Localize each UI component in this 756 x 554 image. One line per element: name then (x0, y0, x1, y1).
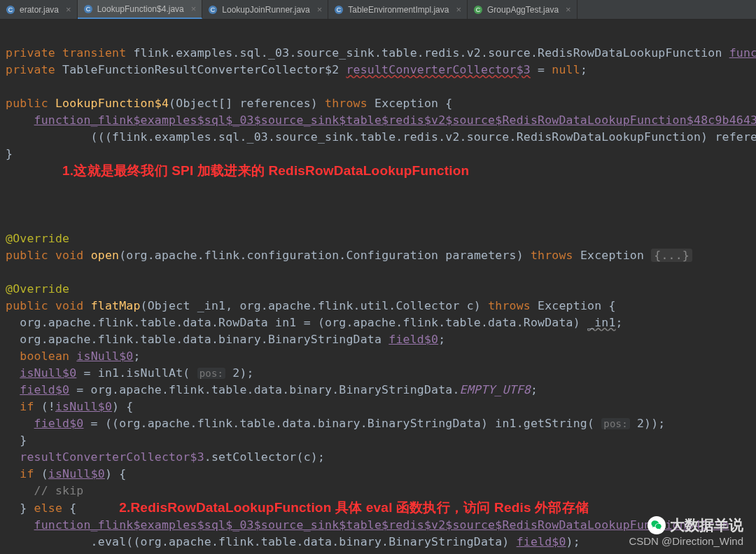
code-text: org.apache.flink.table.data.RowData in1 … (20, 316, 587, 329)
close-icon[interactable]: × (188, 4, 197, 14)
kw-if: if (20, 400, 34, 413)
param-hint: pos: (601, 418, 630, 429)
code-text: .eval((org.apache.flink.table.data.binar… (91, 535, 517, 548)
code-text: .setCollector(c); (204, 450, 325, 464)
kw-public: public (6, 97, 48, 110)
code-text: Exception { (368, 97, 453, 110)
variable: isNull$0 (48, 467, 105, 480)
kw-else: else (34, 501, 63, 515)
watermark-line2: CSDN @Direction_Wind (629, 535, 743, 547)
kw-if: if (20, 467, 34, 480)
tab-0[interactable]: C erator.java × (0, 0, 78, 19)
comment: // skip (34, 484, 84, 497)
code-text: ; (133, 349, 140, 363)
field-name: resultConverterCollector$3 (20, 450, 204, 464)
code-text: ( (34, 467, 48, 480)
code-text: = org.apache.flink.table.data.binary.Bin… (69, 383, 459, 396)
kw-null: null (552, 63, 580, 76)
tab-label: TableEnvironmentImpl.java (348, 5, 449, 15)
field-name: func (729, 46, 756, 60)
constructor-name: LookupFunction$4 (55, 97, 169, 110)
tab-label: erator.java (20, 5, 59, 15)
close-icon[interactable]: × (453, 4, 461, 15)
svg-text:C: C (85, 6, 90, 13)
code-text: = ((org.apache.flink.table.data.binary.B… (83, 417, 601, 430)
annotation-override: @Override (6, 282, 69, 296)
tab-4[interactable]: C GroupAggTest.java × (468, 0, 578, 19)
kw-throws: throws (531, 249, 573, 262)
kw-public: public (6, 299, 48, 312)
variable: function_flink$examples$sql$_03$source_s… (34, 518, 729, 532)
variable: field$0 (388, 333, 438, 346)
code-text: org.apache.flink.table.data.binary.Binar… (20, 333, 388, 346)
tab-label: GroupAggTest.java (487, 5, 559, 15)
kw-throws: throws (325, 97, 368, 110)
code-text: Exception { (531, 299, 616, 312)
close-icon[interactable]: × (314, 4, 323, 15)
wechat-icon (648, 516, 666, 534)
tab-label: LookupJoinRunner.java (222, 5, 309, 15)
editor-tabs: C erator.java × C LookupFunction$4.java … (0, 0, 756, 20)
close-icon[interactable]: × (63, 4, 71, 15)
code-text: 2); (225, 366, 254, 380)
type-name: TableFunctionResultConverterCollector$2 (62, 63, 339, 76)
kw-private: private (6, 63, 55, 76)
param: _in1 (587, 316, 616, 329)
code-text: ; (438, 333, 445, 346)
param-hint: pos: (197, 368, 226, 379)
kw-public: public (6, 249, 48, 262)
annotation-note-1: 1.这就是最终我们 SPI 加载进来的 RedisRowDataLookupFu… (62, 163, 469, 178)
code-text: = in1.isNullAt( (76, 366, 197, 380)
variable: isNull$0 (55, 400, 112, 413)
svg-text:C: C (337, 6, 342, 13)
code-text: 2)); (630, 417, 666, 430)
brace: } (20, 434, 27, 447)
code-text: ) { (112, 400, 133, 413)
watermark-line1: 大数据羊说 (670, 515, 743, 535)
brace: { (62, 501, 76, 515)
close-icon[interactable]: × (563, 4, 571, 15)
class-icon: C (6, 5, 15, 15)
variable: field$0 (20, 383, 69, 396)
variable: field$0 (34, 417, 84, 430)
code-fold[interactable]: {...} (651, 249, 692, 262)
code-text: ; (616, 316, 623, 329)
code-text: Exception (573, 249, 651, 262)
method-flatmap: flatMap (91, 299, 141, 312)
watermark: 大数据羊说 CSDN @Direction_Wind (629, 515, 743, 547)
tab-2[interactable]: C LookupJoinRunner.java × (202, 0, 328, 19)
kw-private: private (6, 46, 55, 60)
class-icon: C (208, 5, 218, 15)
annotation-note-2: 2.RedisRowDataLookupFunction 具体 eval 函数执… (119, 500, 589, 515)
code-text: (Object _in1, org.apache.flink.util.Coll… (141, 299, 489, 312)
brace: } (6, 147, 13, 160)
method-open: open (91, 249, 120, 262)
tab-1[interactable]: C LookupFunction$4.java × (78, 0, 203, 19)
field-name: resultConverterCollector$3 (346, 63, 530, 76)
variable: field$0 (517, 535, 566, 548)
code-editor[interactable]: private transient flink.examples.sql._03… (0, 20, 756, 554)
static-field: EMPTY_UTF8 (460, 383, 531, 396)
variable: isNull$0 (20, 366, 76, 380)
svg-text:C: C (8, 6, 13, 13)
code-text (69, 349, 76, 363)
kw-void: void (55, 299, 84, 312)
code-text: ; (580, 63, 587, 76)
kw-void: void (55, 249, 84, 262)
code-text: = (531, 63, 552, 76)
kw-throws: throws (488, 299, 531, 312)
tab-label: LookupFunction$4.java (97, 4, 184, 14)
kw-boolean: boolean (20, 349, 69, 363)
code-text: ); (566, 535, 580, 548)
code-text: (Object[] references) (169, 97, 325, 110)
type-name: flink.examples.sql._03.source_sink.table… (133, 46, 722, 60)
test-class-icon: C (473, 5, 483, 15)
svg-text:C: C (476, 6, 481, 13)
code-text: ; (531, 383, 538, 396)
variable: isNull$0 (76, 349, 133, 363)
annotation-override: @Override (6, 232, 69, 245)
tab-3[interactable]: C TableEnvironmentImpl.java × (328, 0, 468, 19)
class-icon: C (83, 4, 93, 14)
class-icon: C (334, 5, 344, 15)
brace: } (20, 501, 34, 515)
